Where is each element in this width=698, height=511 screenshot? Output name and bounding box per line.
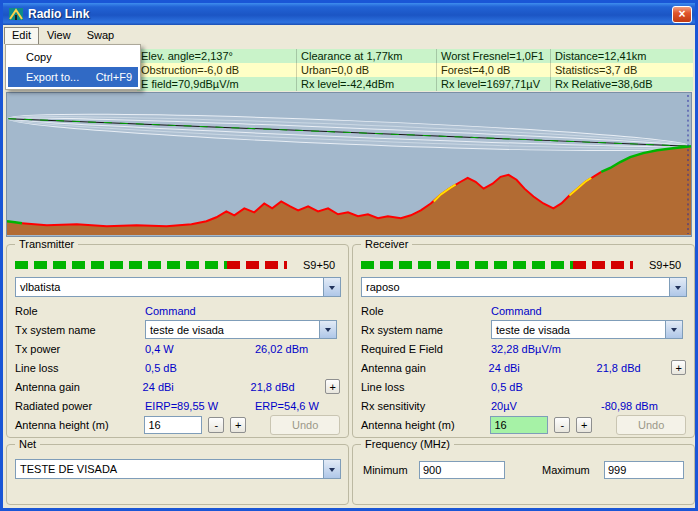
net-combobox[interactable]: TESTE DE VISADA <box>15 459 341 479</box>
rx-line-loss-value: 0,5 dB <box>491 381 601 393</box>
rx-line-loss-label: Line loss <box>361 381 491 393</box>
info-elev-angle: Elev. angle=2,137° <box>137 49 297 63</box>
rx-role-label: Role <box>361 305 491 317</box>
meter-green-segments <box>15 261 227 269</box>
frequency-row: Minimum Maximum <box>363 461 684 479</box>
tx-role-row: Role Command <box>15 301 340 320</box>
frequency-min-label: Minimum <box>363 464 419 476</box>
menu-item-label: Export to... <box>26 71 79 83</box>
menu-item-export-to[interactable]: Export to... Ctrl+F9 <box>8 67 138 87</box>
info-rx-relative: Rx Relative=38,6dB <box>551 77 693 91</box>
close-button[interactable]: × <box>672 6 692 23</box>
rx-antenna-height-row: Antenna height (m) - + Undo <box>361 415 686 434</box>
frequency-max-label: Maximum <box>542 464 604 476</box>
rx-unit-value: raposo <box>362 281 669 293</box>
net-panel: Net TESTE DE VISADA <box>6 444 349 505</box>
tx-unit-value: vlbatista <box>16 281 323 293</box>
menu-item-shortcut: Ctrl+F9 <box>86 71 132 83</box>
tx-radiated-power-label: Radiated power <box>15 400 145 412</box>
tx-height-minus-button[interactable]: - <box>208 417 224 433</box>
tx-power-label: Tx power <box>15 343 145 355</box>
dropdown-arrow-icon[interactable] <box>319 321 336 338</box>
tx-antenna-gain-label: Antenna gain <box>15 381 143 393</box>
tx-system-label: Tx system name <box>15 324 145 336</box>
rx-sensitivity-row: Rx sensitivity 20µV -80,98 dBm <box>361 396 686 415</box>
rx-gain-dbd: 21,8 dBd <box>597 362 668 374</box>
rx-height-minus-button[interactable]: - <box>554 417 570 433</box>
info-row: E field=70,9dBµV/m Rx level=-42,4dBm Rx … <box>137 77 693 91</box>
tx-undo-button[interactable]: Undo <box>270 415 340 435</box>
dropdown-arrow-icon[interactable] <box>323 460 340 478</box>
rx-signal-meter <box>361 261 633 269</box>
radio-link-window: Radio Link × Edit View Swap Copy Export … <box>0 0 698 511</box>
info-rx-level-dbm: Rx level=-42,4dBm <box>297 77 437 91</box>
titlebar: Radio Link × <box>3 3 695 25</box>
tx-system-row: Tx system name teste de visada <box>15 320 340 339</box>
frequency-max-input[interactable] <box>604 461 684 479</box>
meter-red-segments <box>227 261 287 269</box>
dropdown-arrow-icon[interactable] <box>669 278 686 296</box>
info-worst-fresnel: Worst Fresnel=1,0F1 <box>437 49 551 63</box>
info-distance: Distance=12,41km <box>551 49 693 63</box>
receiver-title: Receiver <box>361 238 412 250</box>
tx-power-watts: 0,4 W <box>145 343 255 355</box>
tx-antenna-height-input[interactable] <box>144 416 202 434</box>
rx-antenna-gain-label: Antenna gain <box>361 362 489 374</box>
tx-height-plus-button[interactable]: + <box>230 417 246 433</box>
tx-antenna-gain-row: Antenna gain 24 dBi 21,8 dBd + <box>15 377 340 396</box>
transmitter-title: Transmitter <box>15 238 78 250</box>
dropdown-arrow-icon[interactable] <box>665 321 682 338</box>
rx-antenna-height-input[interactable] <box>490 416 548 434</box>
meter-green-segments <box>361 261 573 269</box>
rx-signal-meter-row: S9+50 <box>361 259 686 271</box>
rx-antenna-gain-row: Antenna gain 24 dBi 21,8 dBd + <box>361 358 686 377</box>
tx-role-value: Command <box>145 305 255 317</box>
rx-sensitivity-dbm: -80,98 dBm <box>601 400 673 412</box>
edit-menu-dropdown: Copy Export to... Ctrl+F9 <box>5 44 141 90</box>
tx-role-label: Role <box>15 305 145 317</box>
rx-sensitivity-label: Rx sensitivity <box>361 400 491 412</box>
rx-role-row: Role Command <box>361 301 686 320</box>
info-row: Elev. angle=2,137° Clearance at 1,77km W… <box>137 49 693 63</box>
tx-signal-meter-row: S9+50 <box>15 259 340 271</box>
rx-unit-combobox[interactable]: raposo <box>361 277 687 297</box>
rx-s-meter-value: S9+50 <box>649 259 681 271</box>
dropdown-arrow-icon[interactable] <box>323 278 340 296</box>
rx-system-label: Rx system name <box>361 324 491 336</box>
rx-undo-button[interactable]: Undo <box>616 415 686 435</box>
tx-gain-dbd: 21,8 dBd <box>251 381 322 393</box>
menu-edit[interactable]: Edit <box>4 27 39 44</box>
receiver-panel: Receiver S9+50 raposo Role Command Rx sy… <box>352 244 695 438</box>
info-statistics: Statistics=3,7 dB <box>551 63 693 77</box>
window-title: Radio Link <box>28 7 672 21</box>
tx-line-loss-row: Line loss 0,5 dB <box>15 358 340 377</box>
menu-item-copy[interactable]: Copy <box>8 47 138 67</box>
menu-swap[interactable]: Swap <box>79 27 123 44</box>
tx-gain-dbi: 24 dBi <box>143 381 251 393</box>
tx-system-combobox[interactable]: teste de visada <box>145 320 337 339</box>
rx-required-efield-label: Required E Field <box>361 343 491 355</box>
tx-signal-meter <box>15 261 287 269</box>
rx-system-combobox[interactable]: teste de visada <box>491 320 683 339</box>
tx-radiated-power-row: Radiated power EIRP=89,55 W ERP=54,6 W <box>15 396 340 415</box>
info-clearance: Clearance at 1,77km <box>297 49 437 63</box>
tx-line-loss-value: 0,5 dB <box>145 362 255 374</box>
rx-role-value: Command <box>491 305 601 317</box>
rx-gain-plus-button[interactable]: + <box>671 360 686 375</box>
tx-unit-combobox[interactable]: vlbatista <box>15 277 341 297</box>
menu-view[interactable]: View <box>39 27 79 44</box>
tx-gain-plus-button[interactable]: + <box>325 379 340 394</box>
frequency-min-input[interactable] <box>419 461 505 479</box>
meter-red-segments <box>573 261 633 269</box>
info-row: Obstruction=-6,0 dB Urban=0,0 dB Forest=… <box>137 63 693 77</box>
info-forest: Forest=4,0 dB <box>437 63 551 77</box>
rx-gain-dbi: 24 dBi <box>489 362 597 374</box>
info-urban: Urban=0,0 dB <box>297 63 437 77</box>
rx-sensitivity-uv: 20µV <box>491 400 601 412</box>
rx-system-row: Rx system name teste de visada <box>361 320 686 339</box>
tx-antenna-height-row: Antenna height (m) - + Undo <box>15 415 340 434</box>
menu-item-label: Copy <box>26 51 52 63</box>
rx-system-value: teste de visada <box>492 324 665 336</box>
rx-height-plus-button[interactable]: + <box>576 417 592 433</box>
menubar: Edit View Swap <box>3 25 695 45</box>
